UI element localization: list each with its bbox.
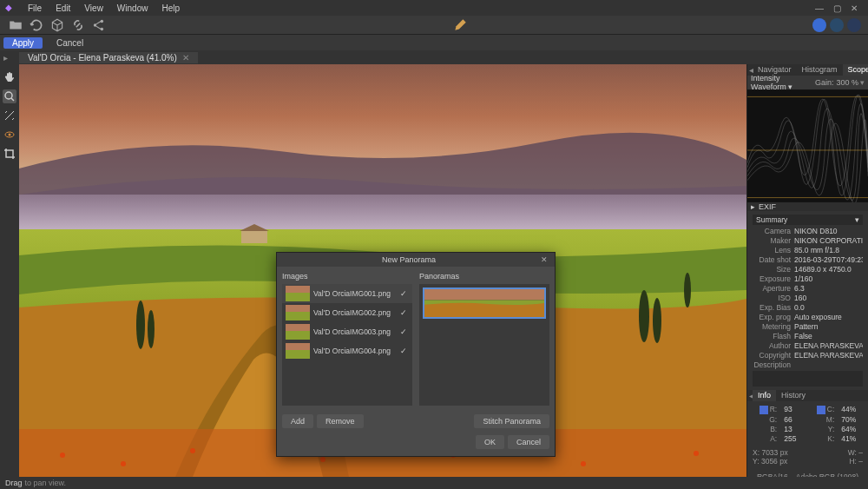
exif-key: Aperture bbox=[753, 284, 791, 293]
exif-row: Exp. Bias0.0 bbox=[753, 303, 863, 312]
exif-key: Exp. Bias bbox=[753, 303, 791, 312]
exif-value: NIKON CORPORATION bbox=[794, 236, 863, 245]
persona-liquify[interactable] bbox=[830, 18, 844, 32]
image-row[interactable]: Val'D OrciaIMG002.png✓ bbox=[282, 303, 412, 322]
cube-icon[interactable] bbox=[49, 17, 65, 33]
svg-rect-35 bbox=[286, 343, 310, 350]
dialog-titlebar[interactable]: New Panorama ✕ bbox=[277, 253, 555, 267]
exif-row: CopyrightELENA PARASKEVA bbox=[753, 351, 863, 360]
exif-row: Exposure1/160 bbox=[753, 274, 863, 283]
exif-key: Date shot bbox=[753, 255, 791, 264]
document-tab[interactable]: Val'D Orcia - Elena Paraskeva (41.0%) ✕ bbox=[19, 52, 198, 63]
image-checkbox[interactable]: ✓ bbox=[400, 289, 409, 298]
exif-value: 0.0 bbox=[794, 303, 863, 312]
panoramas-label: Panoramas bbox=[419, 272, 549, 281]
apply-button[interactable]: Apply bbox=[3, 37, 43, 49]
images-list[interactable]: Val'D OrciaIMG001.png✓Val'D OrciaIMG002.… bbox=[282, 284, 412, 406]
exif-row: MeteringPattern bbox=[753, 322, 863, 331]
remove-button[interactable]: Remove bbox=[317, 414, 364, 428]
images-label: Images bbox=[282, 272, 412, 281]
menu-file[interactable]: File bbox=[21, 3, 49, 13]
exif-key: Lens bbox=[753, 246, 791, 254]
exif-value: False bbox=[794, 332, 863, 340]
exif-value: 1/160 bbox=[794, 274, 863, 283]
window-close[interactable]: ✕ bbox=[848, 2, 860, 14]
exif-row: Exp. progAuto exposure bbox=[753, 313, 863, 321]
ok-button[interactable]: OK bbox=[476, 435, 504, 449]
share-icon[interactable] bbox=[91, 17, 107, 33]
cancel-button[interactable]: Cancel bbox=[48, 37, 92, 49]
info-r: 93 bbox=[784, 405, 803, 414]
link-icon[interactable] bbox=[70, 17, 86, 33]
exif-key: Metering bbox=[753, 322, 791, 331]
tab-arrow-icon[interactable]: ▸ bbox=[3, 53, 8, 63]
info-tabs: ◂ Info History bbox=[747, 390, 868, 401]
info-w: – bbox=[858, 448, 863, 457]
tab-scope[interactable]: Scope bbox=[843, 64, 868, 76]
exif-key: Flash bbox=[753, 332, 791, 340]
image-row[interactable]: Val'D OrciaIMG001.png✓ bbox=[282, 284, 412, 303]
svg-point-21 bbox=[320, 457, 326, 462]
panoramas-list[interactable] bbox=[419, 284, 549, 406]
exif-panel: Summary▾ CameraNIKON D810MakerNIKON CORP… bbox=[747, 211, 868, 390]
svg-rect-16 bbox=[241, 231, 267, 243]
hand-tool-icon[interactable] bbox=[3, 70, 16, 84]
exif-key: Author bbox=[753, 341, 791, 350]
svg-rect-36 bbox=[286, 350, 310, 359]
image-filename: Val'D OrciaIMG002.png bbox=[313, 308, 400, 317]
info-k: 41% bbox=[841, 434, 863, 443]
scope-mode-select[interactable]: Intensity Waveform ▾ bbox=[751, 74, 815, 91]
exif-panel-header[interactable]: ▸ EXIF bbox=[747, 202, 868, 211]
menu-edit[interactable]: Edit bbox=[49, 3, 77, 13]
menu-window[interactable]: Window bbox=[110, 3, 155, 13]
menu-view[interactable]: View bbox=[77, 3, 110, 13]
persona-develop[interactable] bbox=[847, 18, 861, 32]
exif-value: 14689.0 x 4750.0 bbox=[794, 265, 863, 274]
gain-label: Gain: bbox=[815, 78, 834, 87]
image-checkbox[interactable]: ✓ bbox=[400, 327, 409, 336]
svg-point-3 bbox=[5, 92, 12, 99]
brush-icon[interactable] bbox=[452, 17, 468, 33]
crop-tool-icon[interactable] bbox=[3, 147, 16, 161]
gain-value[interactable]: 300 % bbox=[836, 78, 858, 87]
image-row[interactable]: Val'D OrciaIMG003.png✓ bbox=[282, 322, 412, 341]
open-icon[interactable] bbox=[8, 17, 23, 33]
cancel-dialog-button[interactable]: Cancel bbox=[508, 435, 549, 449]
exif-title: EXIF bbox=[759, 202, 776, 211]
image-checkbox[interactable]: ✓ bbox=[400, 308, 409, 317]
document-tabs: ▸ Val'D Orcia - Elena Paraskeva (41.0%) … bbox=[0, 50, 868, 64]
menu-help[interactable]: Help bbox=[155, 3, 187, 13]
refresh-icon[interactable] bbox=[29, 17, 44, 33]
info-panel: R:93 C:44% G:66 M:70% B:13 Y:64% A:255 K… bbox=[747, 401, 868, 469]
exif-mode-select[interactable]: Summary▾ bbox=[753, 215, 863, 225]
info-x: 7033 px bbox=[761, 448, 787, 457]
menubar: ◆ File Edit View Window Help — ▢ ✕ bbox=[0, 0, 868, 16]
exif-key: Exp. prog bbox=[753, 313, 791, 321]
image-row[interactable]: Val'D OrciaIMG004.png✓ bbox=[282, 341, 412, 360]
tab-info[interactable]: Info bbox=[753, 390, 776, 401]
exif-value: NIKON D810 bbox=[794, 227, 863, 235]
exif-value: Auto exposure bbox=[794, 313, 863, 321]
redeye-tool-icon[interactable] bbox=[3, 128, 16, 142]
zoom-tool-icon[interactable] bbox=[3, 89, 16, 103]
close-tab-icon[interactable]: ✕ bbox=[182, 53, 189, 63]
svg-point-5 bbox=[9, 134, 11, 136]
gain-down-icon[interactable]: ▾ bbox=[860, 78, 865, 87]
stitch-panorama-button[interactable]: Stitch Panorama bbox=[474, 414, 549, 428]
exif-value: Pattern bbox=[794, 322, 863, 331]
description-field[interactable] bbox=[753, 371, 863, 387]
info-y2: 3056 px bbox=[761, 457, 787, 466]
exif-row: AuthorELENA PARASKEVA bbox=[753, 341, 863, 350]
image-checkbox[interactable]: ✓ bbox=[400, 347, 409, 355]
dialog-close-icon[interactable]: ✕ bbox=[537, 255, 551, 264]
whitebalance-tool-icon[interactable] bbox=[3, 109, 16, 122]
window-maximize[interactable]: ▢ bbox=[831, 2, 843, 14]
add-button[interactable]: Add bbox=[282, 414, 313, 428]
info-y: 64% bbox=[841, 425, 863, 433]
window-minimize[interactable]: — bbox=[813, 2, 825, 14]
panorama-thumb[interactable] bbox=[423, 287, 546, 319]
tab-history[interactable]: History bbox=[776, 390, 811, 401]
exif-row: Aperture6.3 bbox=[753, 284, 863, 293]
svg-rect-29 bbox=[286, 286, 310, 293]
persona-photo[interactable] bbox=[812, 18, 826, 32]
